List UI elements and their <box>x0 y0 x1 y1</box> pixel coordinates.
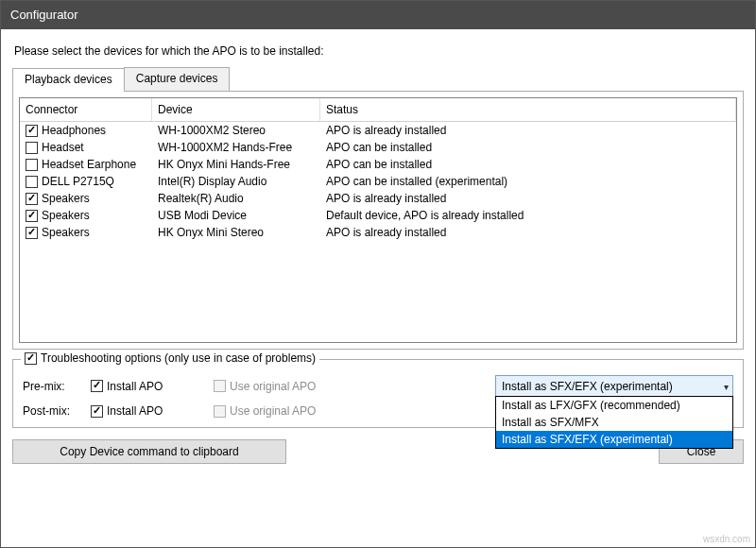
device-name: HK Onyx Mini Hands-Free <box>152 156 320 173</box>
postmix-use-original: Use original APO <box>214 404 403 418</box>
device-checkbox[interactable] <box>26 227 38 239</box>
device-status: APO can be installed <box>320 156 736 173</box>
instruction-text: Please select the devices for which the … <box>14 44 744 58</box>
device-checkbox[interactable] <box>26 159 38 171</box>
troubleshoot-group: Troubleshooting options (only use in cas… <box>12 359 744 428</box>
device-row[interactable]: SpeakersRealtek(R) AudioAPO is already i… <box>20 190 736 207</box>
troubleshoot-checkbox[interactable] <box>25 352 37 365</box>
device-table[interactable]: Connector Device Status HeadphonesWH-100… <box>19 97 737 343</box>
device-status: APO can be installed (experimental) <box>320 173 736 190</box>
device-status: Default device, APO is already installed <box>320 207 736 224</box>
postmix-original-checkbox <box>214 405 226 418</box>
device-status: APO is already installed <box>320 190 736 207</box>
device-status: APO is already installed <box>320 122 736 139</box>
copy-command-button[interactable]: Copy Device command to clipboard <box>12 439 286 464</box>
device-checkbox[interactable] <box>26 125 38 137</box>
device-table-header: Connector Device Status <box>20 98 736 122</box>
postmix-install-checkbox[interactable] <box>91 405 103 418</box>
window-title: Configurator <box>10 8 78 22</box>
premix-original-checkbox <box>214 380 226 392</box>
device-status: APO can be installed <box>320 139 736 156</box>
premix-install-apo[interactable]: Install APO <box>91 380 214 393</box>
device-connector: DELL P2715Q <box>42 175 114 188</box>
device-checkbox[interactable] <box>26 193 38 205</box>
device-connector: Speakers <box>42 226 90 239</box>
device-name: HK Onyx Mini Stereo <box>152 224 320 241</box>
dropdown-opt-lfx-gfx[interactable]: Install as LFX/GFX (recommended) <box>496 397 732 414</box>
premix-mode-dropdown[interactable]: Install as LFX/GFX (recommended) Install… <box>495 396 733 449</box>
postmix-label: Post-mix: <box>23 404 91 418</box>
device-connector: Speakers <box>42 192 90 205</box>
tab-panel-playback: Connector Device Status HeadphonesWH-100… <box>12 91 744 350</box>
device-row[interactable]: Headset EarphoneHK Onyx Mini Hands-FreeA… <box>20 156 736 173</box>
watermark-text: wsxdn.com <box>703 534 750 544</box>
dropdown-opt-sfx-mfx[interactable]: Install as SFX/MFX <box>496 414 732 431</box>
device-name: Intel(R) Display Audio <box>152 173 320 190</box>
col-header-connector[interactable]: Connector <box>20 98 152 121</box>
postmix-install-apo[interactable]: Install APO <box>91 404 214 418</box>
troubleshoot-legend-text: Troubleshooting options (only use in cas… <box>41 351 316 365</box>
troubleshoot-legend[interactable]: Troubleshooting options (only use in cas… <box>21 351 319 365</box>
premix-install-checkbox[interactable] <box>91 380 103 392</box>
device-name: Realtek(R) Audio <box>152 190 320 207</box>
device-name: USB Modi Device <box>152 207 320 224</box>
tab-row: Playback devices Capture devices <box>12 67 744 91</box>
col-header-device[interactable]: Device <box>152 98 320 121</box>
device-connector: Headset Earphone <box>42 158 136 171</box>
dropdown-opt-sfx-efx[interactable]: Install as SFX/EFX (experimental) <box>496 431 732 448</box>
device-checkbox[interactable] <box>26 210 38 222</box>
device-row[interactable]: SpeakersHK Onyx Mini StereoAPO is alread… <box>20 224 736 241</box>
tab-capture[interactable]: Capture devices <box>124 67 231 91</box>
premix-label: Pre-mix: <box>23 380 91 393</box>
device-row[interactable]: HeadphonesWH-1000XM2 StereoAPO is alread… <box>20 122 736 139</box>
window-titlebar: Configurator <box>1 1 755 29</box>
device-checkbox[interactable] <box>26 176 38 188</box>
device-name: WH-1000XM2 Hands-Free <box>152 139 320 156</box>
chevron-down-icon: ▾ <box>724 381 729 391</box>
device-connector: Headphones <box>42 124 106 137</box>
device-connector: Speakers <box>42 209 90 222</box>
premix-combo-value: Install as SFX/EFX (experimental) <box>502 380 673 393</box>
device-row[interactable]: DELL P2715QIntel(R) Display AudioAPO can… <box>20 173 736 190</box>
device-row[interactable]: SpeakersUSB Modi DeviceDefault device, A… <box>20 207 736 224</box>
device-name: WH-1000XM2 Stereo <box>152 122 320 139</box>
device-row[interactable]: HeadsetWH-1000XM2 Hands-FreeAPO can be i… <box>20 139 736 156</box>
device-connector: Headset <box>42 141 84 154</box>
premix-use-original: Use original APO <box>214 380 403 393</box>
col-header-status[interactable]: Status <box>320 98 736 121</box>
device-status: APO is already installed <box>320 224 736 241</box>
premix-mode-combo[interactable]: Install as SFX/EFX (experimental) ▾ <box>495 375 733 397</box>
device-checkbox[interactable] <box>26 142 38 154</box>
tab-playback[interactable]: Playback devices <box>12 68 125 92</box>
